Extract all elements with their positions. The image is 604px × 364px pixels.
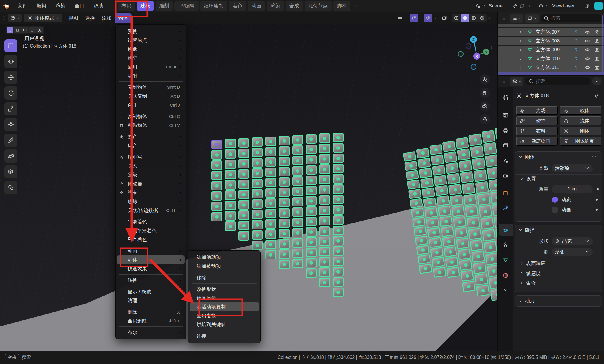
chevron-right-icon[interactable]	[518, 39, 523, 43]
cursor-tool[interactable]	[4, 55, 17, 68]
properties-search-input[interactable]	[536, 79, 587, 84]
object-menu-item-集合[interactable]: 集合	[117, 141, 185, 150]
dynamic-checkbox[interactable]	[552, 197, 558, 203]
rotate-tool[interactable]	[4, 86, 17, 100]
animate-dot-icon[interactable]	[597, 188, 599, 190]
chevron-right-icon[interactable]	[518, 30, 523, 34]
physics-button-软体[interactable]: 软体	[560, 106, 601, 115]
subpanel-表面响应[interactable]: 表面响应	[515, 259, 602, 268]
object-menu-item-应用[interactable]: 应用Ctrl A	[117, 62, 185, 71]
object-menu-item-变换[interactable]: 变换	[117, 27, 185, 36]
menu-2[interactable]: 渲染	[52, 1, 69, 11]
transform-tool[interactable]	[4, 118, 17, 131]
outliner-row-立方体.011[interactable]: 立方体.011	[498, 63, 604, 72]
viewport-menu-添加[interactable]: 添加	[98, 13, 115, 23]
object-menu-item-显示 / 隐藏[interactable]: 显示 / 隐藏	[117, 287, 185, 296]
physics-button-刚体[interactable]: 刚体	[560, 127, 601, 135]
navigation-gizmo[interactable]: ZYX	[453, 32, 497, 78]
subpanel-集合[interactable]: 集合	[515, 278, 602, 288]
rigidbody-submenu-item-移除[interactable]: 移除	[190, 273, 259, 282]
type-dropdown[interactable]: 活动项	[552, 164, 593, 172]
grip-icon[interactable]	[2, 15, 6, 21]
pin-icon[interactable]	[594, 93, 599, 99]
chevron-right-icon[interactable]	[518, 48, 523, 52]
physics-button-力场[interactable]: 力场	[516, 106, 558, 115]
object-menu-item-设置原点[interactable]: 设置原点	[117, 36, 185, 45]
rigidbody-submenu-item-应用变换[interactable]: 应用变换	[190, 311, 259, 320]
gizmos-toggle[interactable]	[410, 14, 418, 22]
object-menu-item-吸附[interactable]: 吸附	[117, 71, 185, 80]
animate-dot-icon[interactable]	[596, 209, 598, 211]
object-menu-item-关联/传递数据[interactable]: 关联/传递数据Ctrl L	[117, 206, 185, 215]
eye-icon[interactable]	[585, 56, 590, 62]
object-menu-item-库重写[interactable]: 库重写	[117, 153, 185, 162]
eye-icon[interactable]	[585, 65, 590, 70]
add-cube-tool[interactable]	[4, 165, 17, 178]
pin-icon[interactable]	[512, 3, 517, 9]
rendered-shading-button[interactable]	[478, 14, 487, 22]
menu-3[interactable]: 窗口	[71, 1, 88, 11]
move-tool[interactable]	[4, 71, 17, 84]
object-menu-item-修改器[interactable]: 修改器	[117, 179, 185, 188]
pan-button[interactable]	[480, 88, 490, 98]
object-menu-item-追踪[interactable]: 追踪	[117, 197, 185, 206]
object-menu-item-快速效果[interactable]: 快速效果	[117, 264, 185, 273]
menu-1[interactable]: 编辑	[33, 1, 50, 11]
outliner-object-name[interactable]: 立方体.008	[536, 38, 574, 44]
shape-dropdown[interactable]: 凸壳	[552, 237, 593, 245]
extras-tool[interactable]	[4, 181, 17, 194]
chevron-down-icon[interactable]	[546, 4, 549, 7]
outliner-row-立方体.007[interactable]: 立方体.007	[498, 28, 604, 36]
physics-button-布料[interactable]: 布料	[516, 127, 558, 135]
physics-button-碰撞[interactable]: 碰撞	[516, 116, 558, 125]
outliner-scrollbar[interactable]	[602, 15, 603, 72]
workspace-tab-合成[interactable]: 合成	[286, 1, 303, 11]
rigidbody-submenu-item-改换形状[interactable]: 改换形状	[190, 285, 259, 294]
workspace-tab-布局[interactable]: 布局	[118, 1, 135, 11]
tab-more[interactable]	[499, 284, 512, 296]
visibility-toggle[interactable]	[396, 14, 404, 22]
camera-icon[interactable]	[594, 56, 600, 62]
object-menu-item-关联复制[interactable]: 关联复制Alt D	[117, 92, 185, 101]
rigidbody-submenu-item-添加被动项[interactable]: 添加被动项	[190, 262, 259, 271]
grip-icon[interactable]	[502, 78, 506, 84]
settings-subpanel-header[interactable]: 设置	[515, 174, 602, 183]
scene-name[interactable]: Scene	[489, 3, 503, 9]
object-menu-item-镜像[interactable]: 镜像	[117, 45, 185, 54]
rigidbody-submenu-item-从活动项复制[interactable]: 从活动项复制	[190, 302, 259, 311]
workspace-tab-脚本[interactable]: 脚本	[333, 1, 350, 11]
workspace-tab-动画[interactable]: 动画	[248, 1, 265, 11]
copy-icon[interactable]	[584, 3, 590, 9]
camera-icon[interactable]	[594, 47, 600, 53]
outliner-search[interactable]	[541, 14, 602, 22]
object-menu-item-粘贴物体[interactable]: 粘贴物体Ctrl V	[117, 121, 185, 130]
tab-material[interactable]	[499, 269, 512, 281]
grip-icon[interactable]	[502, 15, 506, 21]
object-menu-item-约束[interactable]: 约束	[117, 188, 185, 197]
select-mode-button-4[interactable]	[36, 27, 43, 33]
properties-options-button[interactable]	[592, 77, 602, 85]
tab-output[interactable]	[499, 124, 512, 136]
properties-search[interactable]	[525, 77, 590, 85]
select-mode-button-0[interactable]	[7, 27, 13, 33]
object-menu-item-清空[interactable]: 清空	[117, 54, 185, 62]
object-menu-item-关系[interactable]: 关系	[117, 162, 185, 170]
zoom-button[interactable]	[480, 74, 490, 85]
collapse-chevron-icon[interactable]: ‹	[491, 44, 493, 50]
viewport-menu-选择[interactable]: 选择	[82, 13, 98, 23]
xray-toggle[interactable]	[440, 14, 449, 22]
outliner-object-name[interactable]: 立方体.007	[536, 29, 574, 35]
object-menu-item-复制物体[interactable]: 复制物体Shift D	[117, 83, 185, 92]
workspace-tab-渲染[interactable]: 渲染	[267, 1, 284, 11]
select-box-tool[interactable]	[4, 39, 17, 52]
viewlayer-name[interactable]: ViewLayer	[552, 3, 575, 9]
outliner-row[interactable]	[498, 72, 604, 75]
tab-object-data[interactable]	[499, 254, 512, 266]
collision-panel-header[interactable]: 碰撞	[515, 225, 602, 235]
tab-scene[interactable]	[499, 155, 512, 167]
scene-icon[interactable]	[475, 3, 481, 9]
outliner-row-立方体.009[interactable]: 立方体.009	[498, 46, 604, 54]
outliner-row-立方体.008[interactable]: 立方体.008	[498, 37, 604, 45]
menu-4[interactable]: 帮助	[90, 1, 107, 11]
copy-icon[interactable]	[519, 3, 525, 9]
